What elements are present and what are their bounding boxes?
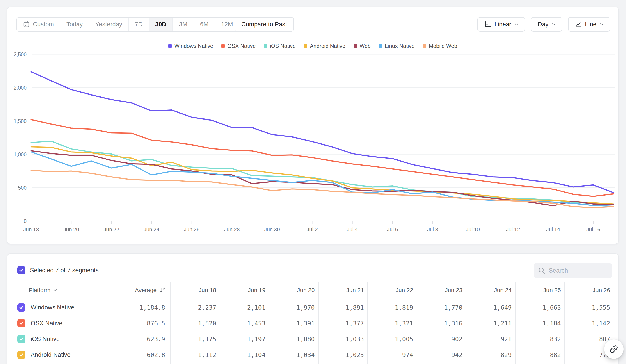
x-axis-tick-label: Jul 6: [387, 227, 398, 232]
granularity-label: Day: [538, 21, 548, 28]
date-value: 1,023: [318, 347, 364, 363]
date-column-header-jun-20[interactable]: Jun 20: [269, 282, 315, 298]
table-row-osx-native[interactable]: OSX Native876.51,5201,4531,3911,3771,321…: [7, 315, 618, 331]
column-divider: [170, 282, 171, 364]
x-axis-tick-label: Jun 24: [144, 227, 159, 232]
share-link-fab[interactable]: [604, 339, 624, 359]
legend-item-web[interactable]: Web: [353, 43, 371, 49]
row-checkbox-osx-native[interactable]: [17, 319, 26, 327]
range-button-6m[interactable]: 6M: [194, 18, 215, 31]
x-axis-tick-label: Jul 16: [586, 227, 600, 232]
date-value: 1,970: [269, 300, 315, 315]
legend-swatch: [264, 44, 267, 48]
compare-to-past-button[interactable]: Compare to Past: [235, 17, 294, 32]
range-label: 30D: [155, 21, 166, 28]
date-column-header-jun-25[interactable]: Jun 25: [515, 282, 561, 298]
row-checkbox-ios-native[interactable]: [17, 335, 26, 343]
date-value: 1,891: [318, 300, 364, 315]
x-axis-tick-label: Jun 22: [104, 227, 119, 232]
range-label: 3M: [179, 21, 188, 28]
platform-label: Windows Native: [31, 304, 74, 311]
check-icon: [19, 336, 24, 341]
date-range-group: CustomTodayYesterday7D30D3M6M12M: [16, 17, 239, 32]
column-divider: [367, 282, 368, 364]
x-axis-tick-label: Jun 26: [184, 227, 199, 232]
chevron-down-icon: [600, 23, 603, 26]
select-all-checkbox[interactable]: [17, 266, 26, 274]
platform-header-label: Platform: [29, 287, 50, 294]
date-value: 829: [466, 347, 512, 363]
check-icon: [19, 352, 24, 357]
date-value: 902: [417, 331, 463, 347]
search-input[interactable]: [534, 263, 612, 278]
platform-column-header[interactable]: Platform: [29, 282, 57, 298]
x-axis-tick-label: Jun 28: [224, 227, 239, 232]
date-value: 1,316: [417, 315, 463, 331]
date-value: 1,453: [220, 315, 266, 331]
table-row-windows-native[interactable]: Windows Native1,184.82,2372,1011,9701,89…: [7, 300, 618, 315]
platform-cell: Android Native: [17, 347, 71, 363]
check-icon: [19, 268, 24, 273]
legend-item-ios-native[interactable]: iOS Native: [264, 43, 296, 49]
row-checkbox-windows-native[interactable]: [17, 303, 26, 312]
date-column-header-jun-21[interactable]: Jun 21: [318, 282, 364, 298]
legend-swatch: [304, 44, 307, 48]
compare-to-past-label: Compare to Past: [241, 21, 287, 28]
date-value: 1,112: [171, 347, 216, 363]
y-axis-tick-label: 2,000: [13, 85, 27, 91]
average-value: 602.8: [121, 347, 165, 363]
legend-label: Windows Native: [174, 43, 213, 49]
range-button-3m[interactable]: 3M: [172, 18, 194, 31]
average-column-header[interactable]: Average: [121, 282, 166, 298]
platform-label: Android Native: [31, 351, 71, 358]
average-value: 876.5: [121, 315, 165, 331]
date-column-header-jun-23[interactable]: Jun 23: [417, 282, 463, 298]
date-value: 1,555: [564, 300, 610, 315]
date-column-header-jun-24[interactable]: Jun 24: [466, 282, 512, 298]
date-column-header-jun-22[interactable]: Jun 22: [368, 282, 413, 298]
linear-scale-icon: [484, 21, 491, 28]
range-button-30d[interactable]: 30D: [149, 18, 173, 31]
x-axis-tick-label: Jul 10: [466, 227, 480, 232]
range-button-yesterday[interactable]: Yesterday: [89, 18, 128, 31]
range-button-7d[interactable]: 7D: [128, 18, 149, 31]
date-value: 1,005: [368, 331, 413, 347]
average-value: 623.9: [121, 331, 165, 347]
legend-item-windows-native[interactable]: Windows Native: [168, 43, 213, 49]
date-column-header-jun-26[interactable]: Jun 26: [564, 282, 610, 298]
platform-cell: Windows Native: [17, 300, 74, 315]
legend-item-linux-native[interactable]: Linux Native: [379, 43, 415, 49]
legend-item-mobile-web[interactable]: Mobile Web: [423, 43, 457, 49]
chart-card: CustomTodayYesterday7D30D3M6M12M Compare…: [7, 7, 619, 244]
table-row-ios-native[interactable]: iOS Native623.91,1751,1971,0801,0331,005…: [7, 331, 618, 347]
date-value: 1,321: [368, 315, 413, 331]
date-column-header-jun-19[interactable]: Jun 19: [220, 282, 266, 298]
y-axis-tick-label: 500: [18, 185, 27, 191]
range-button-custom[interactable]: Custom: [17, 18, 60, 31]
range-label: 6M: [200, 21, 209, 28]
scale-dropdown[interactable]: Linear: [477, 17, 525, 32]
date-value: 2,237: [171, 300, 216, 315]
legend-item-osx-native[interactable]: OSX Native: [221, 43, 256, 49]
date-value: 1,033: [318, 331, 364, 347]
scale-label: Linear: [494, 21, 511, 28]
legend-label: Mobile Web: [429, 43, 457, 49]
x-axis-tick-label: Jul 14: [546, 227, 560, 232]
legend-item-android-native[interactable]: Android Native: [304, 43, 345, 49]
x-axis-tick-label: Jul 8: [427, 227, 438, 232]
date-value: 770: [564, 347, 610, 363]
series-line-linux-native: [31, 152, 613, 206]
platform-cell: OSX Native: [17, 315, 62, 331]
link-icon: [609, 345, 618, 354]
row-checkbox-android-native[interactable]: [17, 351, 26, 359]
date-column-header-jun-18[interactable]: Jun 18: [171, 282, 216, 298]
range-label: 7D: [135, 21, 143, 28]
range-label: 12M: [221, 21, 233, 28]
range-button-today[interactable]: Today: [60, 18, 89, 31]
x-axis-tick-label: Jul 4: [347, 227, 358, 232]
table-row-android-native[interactable]: Android Native602.81,1121,1041,0341,0239…: [7, 347, 618, 363]
line-chart-icon: [575, 21, 582, 28]
chart-type-dropdown[interactable]: Line: [568, 17, 610, 32]
column-divider: [515, 282, 516, 364]
granularity-dropdown[interactable]: Day: [531, 17, 562, 32]
